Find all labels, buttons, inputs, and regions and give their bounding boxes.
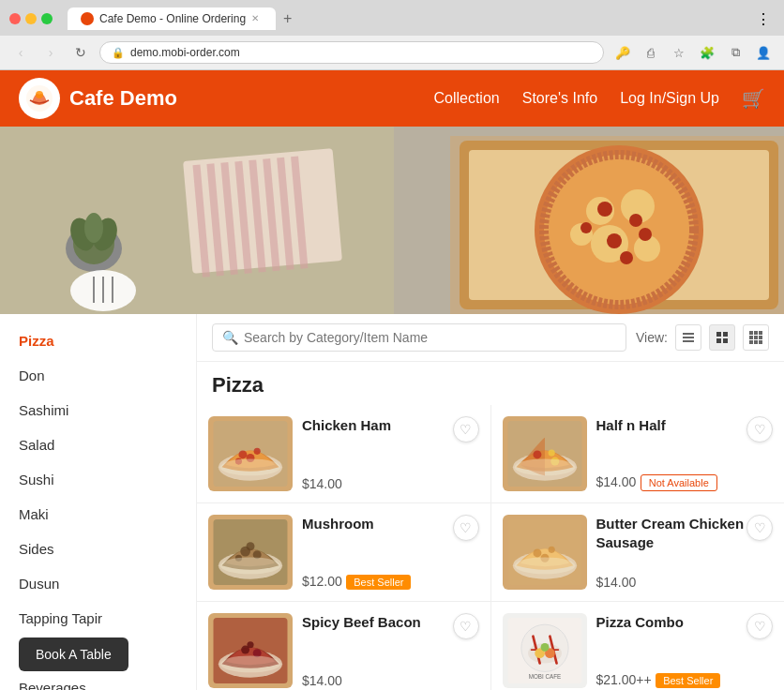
svg-point-95 — [540, 643, 549, 652]
tab-bar: Cafe Demo - Online Ordering ✕ + — [68, 8, 750, 30]
favorite-button-pizza-combo[interactable]: ♡ — [746, 613, 773, 639]
sidebar-item-maki[interactable]: Maki — [0, 497, 196, 532]
product-card-half-n-half: Half n Half $14.00 Not Available ♡ — [491, 405, 785, 502]
site-logo — [19, 78, 60, 119]
product-name-chicken-ham: Chicken Ham — [302, 416, 479, 435]
svg-point-72 — [247, 542, 255, 550]
product-card-pizza-combo: MOBI CAFE Pizza Combo $21.00++ Best Sell… — [491, 602, 785, 690]
collection-nav-link[interactable]: Collection — [433, 90, 499, 107]
login-nav-link[interactable]: Log In/Sign Up — [620, 90, 719, 107]
sidebar-item-tapping-tapir[interactable]: Tapping Tapir — [0, 601, 196, 636]
svg-point-37 — [620, 251, 633, 264]
product-name-spicy-beef: Spicy Beef Bacon — [302, 613, 479, 632]
tab-close-button[interactable]: ✕ — [251, 13, 263, 24]
back-button[interactable]: ‹ — [9, 41, 32, 64]
address-bar[interactable]: 🔒 demo.mobi-order.com — [99, 41, 604, 64]
hero-banner — [0, 127, 784, 314]
mosaic-view-button[interactable] — [743, 324, 769, 351]
sidebar-item-sashimi[interactable]: Sashimi — [0, 393, 196, 428]
sidebar-item-sides[interactable]: Sides — [0, 532, 196, 566]
favorite-button-spicy-beef[interactable]: ♡ — [453, 613, 479, 639]
grid-view-button[interactable] — [709, 324, 735, 351]
product-card-chicken-ham: Chicken Ham $14.00 ♡ — [197, 405, 490, 502]
svg-point-67 — [514, 458, 575, 475]
product-image-half-n-half — [503, 416, 587, 491]
favorite-button-butter-cream[interactable]: ♡ — [746, 515, 773, 541]
svg-rect-40 — [683, 337, 694, 338]
svg-point-34 — [607, 233, 622, 248]
hero-image — [0, 127, 784, 314]
window-icon[interactable]: ⧉ — [724, 41, 746, 64]
reload-button[interactable]: ↻ — [69, 41, 92, 64]
browser-menu[interactable]: ⋮ — [756, 10, 775, 28]
product-price-mushroom: $12.00 — [302, 574, 342, 589]
browser-chrome: Cafe Demo - Online Ordering ✕ + ⋮ ‹ › ↻ … — [0, 0, 784, 70]
product-price-half-n-half: $14.00 — [596, 474, 637, 489]
new-tab-button[interactable]: + — [283, 10, 292, 27]
view-controls: View: — [636, 324, 769, 351]
main-content: Pizza Don Sashimi Salad Sushi Maki Sides… — [0, 314, 784, 690]
traffic-lights — [9, 13, 53, 24]
favorite-button-half-n-half[interactable]: ♡ — [746, 416, 773, 442]
svg-point-33 — [629, 214, 642, 227]
search-input[interactable] — [244, 330, 616, 345]
puzzle-icon[interactable]: 🧩 — [696, 41, 718, 64]
favorite-button-chicken-ham[interactable]: ♡ — [453, 416, 479, 442]
svg-rect-47 — [754, 331, 758, 335]
view-label: View: — [636, 330, 668, 345]
forward-button[interactable]: › — [39, 41, 62, 64]
key-icon[interactable]: 🔑 — [611, 41, 634, 64]
svg-text:MOBI CAFE: MOBI CAFE — [528, 673, 560, 680]
bookmark-icon[interactable]: ☆ — [668, 41, 690, 64]
cart-icon[interactable]: 🛒 — [742, 87, 765, 110]
sidebar-item-sushi[interactable]: Sushi — [0, 462, 196, 497]
tab-title: Cafe Demo - Online Ordering — [99, 12, 246, 25]
profile-icon[interactable]: 👤 — [752, 41, 775, 64]
svg-rect-42 — [716, 332, 721, 337]
traffic-light-yellow[interactable] — [25, 13, 37, 24]
svg-rect-54 — [759, 340, 762, 344]
site-title: Cafe Demo — [69, 86, 177, 111]
product-image-pizza-combo: MOBI CAFE — [503, 613, 587, 688]
list-view-button[interactable] — [675, 324, 701, 351]
sidebar-item-pizza[interactable]: Pizza — [0, 323, 196, 358]
svg-point-78 — [548, 547, 554, 553]
traffic-light-red[interactable] — [9, 13, 21, 24]
svg-rect-50 — [754, 336, 758, 339]
svg-rect-49 — [749, 336, 753, 339]
content-area: 🔍 View: — [197, 314, 784, 690]
active-tab[interactable]: Cafe Demo - Online Ordering ✕ — [68, 8, 276, 30]
sidebar-item-salad[interactable]: Salad — [0, 428, 196, 462]
product-name-mushroom: Mushroom — [302, 515, 479, 533]
book-table-button[interactable]: Book A Table — [19, 638, 128, 671]
product-card-mushroom: Mushroom $12.00 Best Seller ♡ — [197, 503, 490, 601]
url-text: demo.mobi-order.com — [130, 46, 240, 59]
browser-actions: 🔑 ⎙ ☆ 🧩 ⧉ 👤 — [611, 41, 775, 64]
svg-point-74 — [220, 557, 281, 574]
product-image-mushroom — [208, 515, 293, 590]
mosaic-view-icon — [748, 330, 763, 345]
category-title: Pizza — [197, 362, 784, 405]
svg-point-64 — [533, 450, 541, 458]
svg-point-85 — [247, 641, 253, 648]
sidebar-item-don[interactable]: Don — [0, 358, 196, 393]
search-input-wrap[interactable]: 🔍 — [212, 323, 626, 352]
logo-area: Cafe Demo — [19, 78, 177, 119]
stores-info-nav-link[interactable]: Store's Info — [522, 90, 597, 107]
list-view-icon — [681, 330, 696, 345]
svg-point-35 — [639, 228, 652, 241]
search-bar: 🔍 View: — [197, 314, 784, 362]
svg-rect-51 — [759, 336, 762, 339]
svg-rect-45 — [723, 338, 728, 343]
browser-titlebar: Cafe Demo - Online Ordering ✕ + ⋮ — [0, 0, 784, 36]
sidebar-item-beverages[interactable]: Beverages — [0, 670, 196, 690]
product-price-chicken-ham: $14.00 — [302, 476, 479, 491]
browser-toolbar: ‹ › ↻ 🔒 demo.mobi-order.com 🔑 ⎙ ☆ 🧩 ⧉ 👤 — [0, 36, 784, 69]
product-image-butter-cream — [503, 515, 587, 590]
lock-icon: 🔒 — [112, 47, 125, 59]
favorite-button-mushroom[interactable]: ♡ — [453, 515, 479, 541]
share-icon[interactable]: ⎙ — [640, 41, 662, 64]
traffic-light-green[interactable] — [41, 13, 53, 24]
svg-point-57 — [238, 450, 247, 458]
sidebar-item-dusun[interactable]: Dusun — [0, 566, 196, 601]
